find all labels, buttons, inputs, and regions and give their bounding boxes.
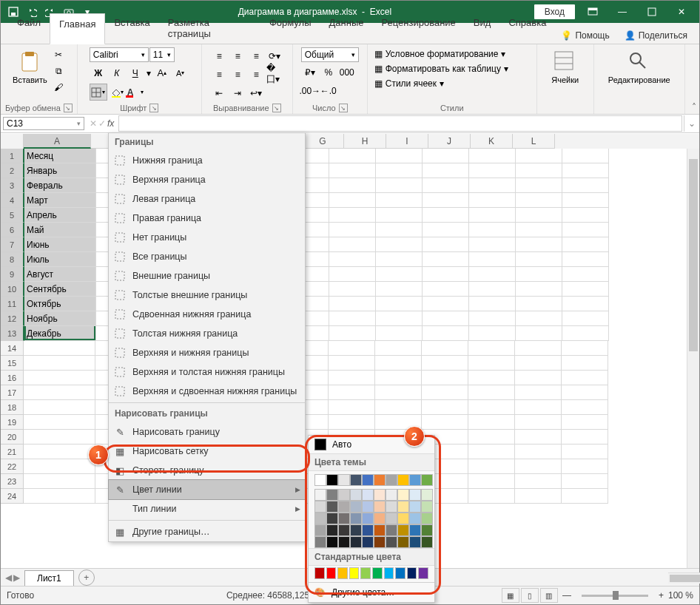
cell[interactable]: [329, 311, 376, 326]
color-swatch[interactable]: [338, 501, 350, 513]
color-swatch[interactable]: [338, 513, 350, 524]
cell[interactable]: [562, 400, 608, 415]
color-swatch[interactable]: [421, 501, 433, 513]
row-header[interactable]: 20: [1, 430, 24, 445]
font-color-button[interactable]: A▾: [127, 84, 144, 101]
cell[interactable]: [516, 326, 562, 341]
cell[interactable]: [516, 297, 562, 311]
row-header[interactable]: 12: [1, 311, 24, 326]
cell-styles-button[interactable]: ▦Стили ячеек▾: [370, 77, 534, 90]
cell[interactable]: [422, 415, 468, 430]
cell[interactable]: [516, 163, 562, 178]
cell[interactable]: [562, 163, 609, 178]
cell[interactable]: [329, 252, 376, 267]
tab-вид[interactable]: Вид: [465, 13, 500, 44]
row-header[interactable]: 16: [1, 371, 24, 385]
cell[interactable]: [515, 445, 562, 459]
align-top-icon[interactable]: ≡: [210, 47, 228, 64]
cell[interactable]: [423, 208, 469, 223]
orientation-icon[interactable]: ⟳▾: [266, 47, 283, 64]
zoom-out-icon[interactable]: —: [562, 590, 571, 601]
color-swatch[interactable]: [326, 524, 338, 536]
color-swatch[interactable]: [337, 567, 348, 579]
cell[interactable]: [24, 385, 95, 400]
cell[interactable]: [329, 149, 376, 163]
cell[interactable]: [515, 415, 562, 430]
cell[interactable]: [423, 252, 469, 267]
row-header[interactable]: 3: [1, 178, 24, 193]
close-button[interactable]: ✕: [668, 3, 695, 21]
cell[interactable]: [562, 459, 608, 474]
scrollbar-thumb[interactable]: [689, 159, 698, 351]
indent-dec-icon[interactable]: ⇤: [210, 84, 228, 101]
cell[interactable]: [329, 223, 376, 237]
cell[interactable]: [423, 163, 469, 178]
align-center-icon[interactable]: ≡: [229, 66, 246, 83]
cell[interactable]: [24, 415, 95, 430]
cell[interactable]: [515, 371, 562, 385]
cell[interactable]: [515, 489, 562, 504]
row-header[interactable]: 6: [1, 223, 24, 237]
cell[interactable]: [562, 474, 608, 489]
color-swatch[interactable]: [409, 536, 421, 548]
color-swatch[interactable]: [350, 513, 362, 524]
cell[interactable]: [329, 415, 375, 430]
italic-button[interactable]: К: [108, 64, 126, 81]
tab-формулы[interactable]: Формулы: [260, 13, 320, 44]
color-swatch[interactable]: [397, 489, 409, 501]
row-header[interactable]: 24: [1, 489, 24, 504]
color-swatch[interactable]: [314, 474, 326, 486]
color-swatch[interactable]: [409, 513, 421, 524]
cell[interactable]: [516, 193, 562, 208]
currency-icon[interactable]: ₽▾: [301, 64, 319, 81]
color-swatch[interactable]: [338, 524, 350, 536]
cell[interactable]: [423, 297, 469, 311]
row-header[interactable]: 19: [1, 415, 24, 430]
color-swatch[interactable]: [360, 567, 371, 579]
border-option[interactable]: Правая граница: [109, 209, 305, 228]
cell[interactable]: [376, 178, 423, 193]
color-swatch[interactable]: [384, 567, 394, 579]
percent-icon[interactable]: %: [320, 64, 337, 81]
cell[interactable]: Октябрь: [24, 297, 96, 311]
cell[interactable]: [515, 430, 562, 445]
color-swatch[interactable]: [386, 501, 397, 513]
line-color-item[interactable]: ✎ Цвет линии: [108, 479, 306, 500]
row-header[interactable]: 14: [1, 341, 24, 356]
format-as-table-button[interactable]: ▦Форматировать как таблицу▾: [370, 62, 534, 75]
cell[interactable]: [516, 208, 562, 223]
cell[interactable]: [562, 267, 609, 282]
color-swatch[interactable]: [421, 513, 433, 524]
col-header[interactable]: I: [386, 134, 428, 149]
cell[interactable]: [329, 178, 376, 193]
cell[interactable]: [422, 356, 468, 371]
cell[interactable]: [468, 400, 515, 415]
thousands-icon[interactable]: 000: [338, 64, 356, 81]
col-header[interactable]: G: [302, 134, 344, 149]
cell[interactable]: [376, 149, 423, 163]
cell[interactable]: [515, 385, 562, 400]
color-swatch[interactable]: [374, 474, 386, 486]
border-option[interactable]: Нижняя граница: [109, 151, 305, 170]
cells-button[interactable]: Ячейки: [546, 47, 585, 86]
color-swatch[interactable]: [421, 489, 433, 501]
tab-данные[interactable]: Данные: [320, 13, 372, 44]
cell[interactable]: Март: [24, 193, 96, 208]
row-header[interactable]: 9: [1, 267, 24, 282]
cell[interactable]: [469, 178, 516, 193]
cell[interactable]: [423, 282, 469, 297]
cell[interactable]: [329, 237, 376, 252]
color-swatch[interactable]: [374, 536, 386, 548]
color-swatch[interactable]: [362, 536, 374, 548]
cell[interactable]: [423, 267, 469, 282]
color-swatch[interactable]: [350, 524, 362, 536]
row-header[interactable]: 23: [1, 474, 24, 489]
cell[interactable]: [562, 223, 609, 237]
row-header[interactable]: 15: [1, 356, 24, 371]
border-option[interactable]: Все границы: [109, 247, 305, 266]
cell[interactable]: [516, 252, 562, 267]
border-option[interactable]: Верхняя и толстая нижняя границы: [109, 362, 305, 382]
border-option[interactable]: Нет границы: [109, 228, 305, 247]
color-swatch[interactable]: [326, 489, 338, 501]
cell[interactable]: [24, 341, 95, 356]
